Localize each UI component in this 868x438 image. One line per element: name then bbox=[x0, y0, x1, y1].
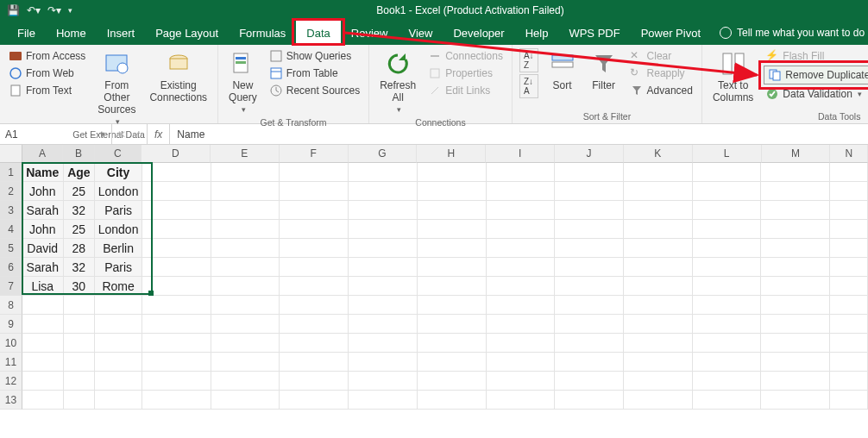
cell[interactable] bbox=[349, 353, 418, 372]
cell[interactable] bbox=[142, 163, 211, 182]
cell[interactable] bbox=[487, 315, 556, 334]
cell[interactable] bbox=[349, 391, 418, 410]
cell[interactable] bbox=[693, 315, 762, 334]
cells-area[interactable]: NameAgeCityJohn25LondonSarah32ParisJohn2… bbox=[22, 163, 868, 410]
cell[interactable] bbox=[830, 220, 868, 239]
cell[interactable] bbox=[761, 277, 830, 296]
cell[interactable] bbox=[349, 315, 418, 334]
cell[interactable] bbox=[487, 220, 556, 239]
refresh-all-button[interactable]: Refresh All bbox=[376, 48, 419, 116]
row-header[interactable]: 4 bbox=[0, 220, 22, 239]
cell[interactable] bbox=[418, 258, 487, 277]
tab-page-layout[interactable]: Page Layout bbox=[145, 21, 229, 45]
sort-asc-button[interactable]: A↓Z bbox=[519, 48, 538, 72]
cell[interactable] bbox=[64, 296, 96, 315]
cell[interactable] bbox=[142, 277, 211, 296]
recent-sources-button[interactable]: Recent Sources bbox=[267, 83, 362, 98]
cell[interactable] bbox=[624, 220, 693, 239]
column-header[interactable]: G bbox=[349, 145, 418, 163]
cell[interactable] bbox=[830, 163, 868, 182]
cell[interactable] bbox=[761, 296, 830, 315]
column-header[interactable]: L bbox=[693, 145, 762, 163]
select-all-corner[interactable] bbox=[0, 145, 22, 163]
cell[interactable] bbox=[693, 372, 762, 391]
cell[interactable] bbox=[693, 239, 762, 258]
cell[interactable] bbox=[487, 277, 556, 296]
cell[interactable] bbox=[555, 239, 624, 258]
cell[interactable] bbox=[761, 182, 830, 201]
cell[interactable] bbox=[418, 277, 487, 296]
sort-button[interactable]: Sort bbox=[545, 48, 580, 93]
cell[interactable] bbox=[142, 201, 211, 220]
cell[interactable]: London bbox=[95, 182, 142, 201]
cell[interactable] bbox=[761, 372, 830, 391]
cell[interactable] bbox=[830, 353, 868, 372]
cell[interactable] bbox=[693, 334, 762, 353]
cell[interactable] bbox=[280, 334, 349, 353]
tab-data[interactable]: Data bbox=[296, 21, 340, 45]
cell[interactable] bbox=[418, 182, 487, 201]
cell[interactable] bbox=[211, 372, 280, 391]
cell[interactable] bbox=[22, 391, 64, 410]
cell[interactable] bbox=[487, 391, 556, 410]
cell[interactable] bbox=[555, 315, 624, 334]
save-icon[interactable]: 💾 bbox=[7, 4, 20, 16]
connections-button[interactable]: Connections bbox=[426, 48, 505, 64]
cell[interactable] bbox=[761, 201, 830, 220]
cell[interactable] bbox=[64, 353, 96, 372]
cell[interactable] bbox=[555, 163, 624, 182]
cell[interactable] bbox=[487, 258, 556, 277]
column-header[interactable]: A bbox=[22, 145, 63, 163]
cell[interactable] bbox=[22, 353, 64, 372]
cell[interactable] bbox=[555, 391, 624, 410]
cell[interactable] bbox=[830, 182, 868, 201]
cell[interactable] bbox=[349, 258, 418, 277]
cell[interactable] bbox=[142, 334, 211, 353]
tab-view[interactable]: View bbox=[398, 21, 443, 45]
cell[interactable] bbox=[624, 201, 693, 220]
cell[interactable] bbox=[22, 334, 64, 353]
cell[interactable] bbox=[761, 163, 830, 182]
cell[interactable] bbox=[211, 391, 280, 410]
tell-me-search[interactable]: Tell me what you want to do bbox=[711, 21, 865, 45]
formula-bar[interactable]: Name bbox=[170, 124, 868, 144]
cell[interactable] bbox=[555, 277, 624, 296]
cell[interactable] bbox=[211, 296, 280, 315]
row-header[interactable]: 1 bbox=[0, 163, 22, 182]
cell[interactable] bbox=[211, 315, 280, 334]
tab-wps-pdf[interactable]: WPS PDF bbox=[558, 21, 630, 45]
cell[interactable] bbox=[487, 201, 556, 220]
name-box[interactable]: A1▼ bbox=[0, 124, 112, 144]
cell[interactable] bbox=[349, 201, 418, 220]
cell[interactable] bbox=[280, 372, 349, 391]
cell[interactable]: City bbox=[95, 163, 142, 182]
column-header[interactable]: K bbox=[624, 145, 693, 163]
cell[interactable] bbox=[624, 315, 693, 334]
cell[interactable] bbox=[280, 315, 349, 334]
cell[interactable] bbox=[555, 258, 624, 277]
cell[interactable] bbox=[280, 258, 349, 277]
column-header[interactable]: E bbox=[211, 145, 280, 163]
cell[interactable] bbox=[95, 296, 142, 315]
cell[interactable] bbox=[487, 296, 556, 315]
tab-insert[interactable]: Insert bbox=[97, 21, 146, 45]
cell[interactable] bbox=[280, 391, 349, 410]
tab-developer[interactable]: Developer bbox=[443, 21, 514, 45]
cell[interactable] bbox=[95, 372, 142, 391]
cell[interactable] bbox=[64, 372, 96, 391]
tab-review[interactable]: Review bbox=[341, 21, 399, 45]
cell[interactable] bbox=[761, 353, 830, 372]
cell[interactable] bbox=[22, 372, 64, 391]
cell[interactable] bbox=[693, 258, 762, 277]
cell[interactable] bbox=[487, 353, 556, 372]
cell[interactable]: Age bbox=[64, 163, 96, 182]
cell[interactable] bbox=[95, 353, 142, 372]
cell[interactable] bbox=[624, 182, 693, 201]
cell[interactable] bbox=[280, 201, 349, 220]
cell[interactable] bbox=[761, 220, 830, 239]
undo-icon[interactable]: ↶▾ bbox=[27, 4, 41, 16]
cell[interactable]: Sarah bbox=[22, 258, 64, 277]
cell[interactable]: John bbox=[22, 182, 64, 201]
sort-desc-button[interactable]: Z↓A bbox=[519, 74, 538, 98]
cell[interactable] bbox=[487, 372, 556, 391]
